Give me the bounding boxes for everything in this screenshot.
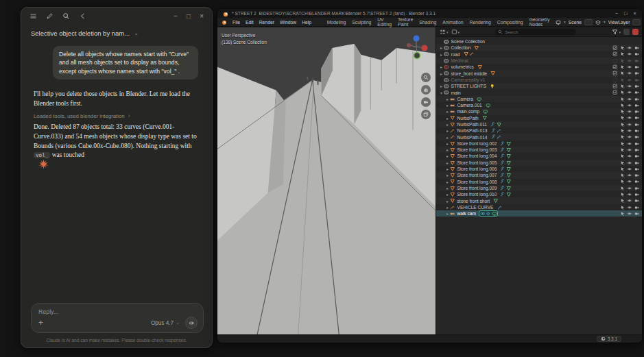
outliner-row[interactable]: Scene Collection bbox=[436, 38, 642, 45]
expand-closed-icon[interactable]: ▸ bbox=[439, 71, 444, 76]
row-visibility-controls[interactable] bbox=[612, 90, 639, 95]
scene-name[interactable]: Scene bbox=[569, 20, 582, 25]
row-visibility-controls[interactable] bbox=[620, 97, 640, 102]
row-visibility-controls[interactable] bbox=[612, 64, 639, 70]
row-visibility-controls[interactable] bbox=[612, 77, 639, 83]
row-visibility-controls[interactable] bbox=[620, 103, 640, 108]
viewlayer-icon[interactable] bbox=[595, 16, 601, 28]
expand-closed-icon[interactable]: ▸ bbox=[445, 173, 450, 177]
expand-closed-icon[interactable]: ▸ bbox=[445, 116, 450, 121]
workspace-tab-texture-paint[interactable]: Texture Paint bbox=[394, 17, 416, 27]
row-visibility-controls[interactable] bbox=[620, 134, 640, 140]
claude-maximize-button[interactable]: □ bbox=[187, 12, 191, 20]
move-view-tool-icon[interactable] bbox=[421, 85, 431, 95]
display-mode-dropdown[interactable]: ▾ bbox=[451, 29, 460, 35]
workspace-tab-animation[interactable]: Animation bbox=[440, 20, 466, 25]
row-visibility-controls[interactable] bbox=[620, 167, 640, 172]
menu-render[interactable]: Render bbox=[257, 20, 277, 25]
row-visibility-controls[interactable] bbox=[620, 141, 640, 147]
outliner-row[interactable]: ▸NurbsPath bbox=[436, 115, 642, 121]
outliner-row[interactable]: ▸stone front short bbox=[436, 197, 642, 204]
perspective-toggle-icon[interactable] bbox=[421, 110, 431, 119]
menu-icon[interactable] bbox=[29, 12, 37, 20]
outliner-row[interactable]: ▸NurbsPath.014 bbox=[436, 134, 642, 140]
workspace-tab-compositing[interactable]: Compositing bbox=[494, 20, 526, 25]
expand-closed-icon[interactable]: ▸ bbox=[445, 97, 450, 101]
outliner-row[interactable]: ▸road bbox=[436, 51, 642, 58]
zoom-tool-icon[interactable] bbox=[421, 73, 431, 82]
menu-file[interactable]: File bbox=[230, 20, 243, 25]
workspace-tab-shading[interactable]: Shading bbox=[416, 20, 440, 25]
row-visibility-controls[interactable] bbox=[620, 147, 640, 153]
outliner-search-input[interactable]: Search bbox=[495, 29, 576, 35]
search-icon[interactable] bbox=[62, 12, 70, 20]
outliner-row[interactable]: ▸Store front long.003 bbox=[436, 147, 642, 153]
row-visibility-controls[interactable] bbox=[620, 192, 640, 197]
outliner-row[interactable]: ▸Store front long.010 bbox=[436, 191, 642, 197]
viewlayer-name[interactable]: ViewLayer bbox=[608, 20, 630, 25]
outliner-row[interactable]: ▸walk cam bbox=[436, 210, 642, 217]
expand-closed-icon[interactable]: ▸ bbox=[445, 103, 450, 108]
model-selector[interactable]: Opus 4.7 ⌄ bbox=[151, 320, 180, 326]
voice-mode-button[interactable] bbox=[185, 317, 198, 329]
outliner-row[interactable]: ▸Store front long.004 bbox=[436, 153, 642, 159]
reply-input[interactable]: Reply... + Opus 4.7 ⌄ bbox=[31, 303, 204, 333]
outliner-exclude-button[interactable] bbox=[632, 29, 639, 35]
scene-icon[interactable] bbox=[556, 16, 561, 28]
expand-closed-icon[interactable]: ▸ bbox=[439, 84, 444, 88]
expand-closed-icon[interactable]: ▸ bbox=[445, 147, 450, 152]
scene-new-button[interactable] bbox=[584, 19, 593, 25]
expand-closed-icon[interactable]: ▸ bbox=[445, 192, 450, 197]
row-visibility-controls[interactable] bbox=[620, 186, 640, 191]
filter-icon[interactable]: ▾ bbox=[612, 29, 621, 35]
expand-closed-icon[interactable]: ▸ bbox=[445, 141, 450, 146]
attach-plus-button[interactable]: + bbox=[38, 318, 48, 328]
row-visibility-controls[interactable] bbox=[620, 109, 640, 114]
expand-closed-icon[interactable]: ▸ bbox=[445, 199, 450, 204]
conversation-title-dropdown[interactable]: Selective object deletion by nam... ⌄ bbox=[31, 29, 139, 37]
expand-closed-icon[interactable]: ▸ bbox=[445, 153, 450, 158]
menu-help[interactable]: Help bbox=[299, 20, 314, 25]
workspace-tab-rendering[interactable]: Rendering bbox=[466, 20, 494, 25]
outliner-library-button[interactable] bbox=[623, 29, 630, 35]
row-visibility-controls[interactable] bbox=[620, 122, 640, 127]
claude-minimize-button[interactable]: − bbox=[174, 12, 178, 20]
row-visibility-controls[interactable] bbox=[620, 153, 640, 159]
expand-closed-icon[interactable]: ▸ bbox=[439, 52, 444, 57]
navigation-gizmo[interactable] bbox=[403, 33, 430, 64]
workspace-tab-uv-editing[interactable]: UV Editing bbox=[374, 17, 395, 27]
row-visibility-controls[interactable] bbox=[620, 115, 640, 121]
claude-close-button[interactable]: × bbox=[200, 12, 204, 20]
back-icon[interactable] bbox=[79, 12, 86, 20]
tool-status-collapsed[interactable]: Loaded tools, used blender integration › bbox=[34, 112, 130, 119]
outliner-row[interactable]: ▸Store front long.009 bbox=[436, 185, 642, 191]
expand-closed-icon[interactable]: ▸ bbox=[439, 64, 444, 69]
outliner-row[interactable]: ▸volumetrics bbox=[436, 64, 642, 70]
row-visibility-controls[interactable] bbox=[612, 84, 639, 89]
expand-closed-icon[interactable]: ▸ bbox=[445, 135, 450, 140]
expand-open-icon[interactable]: ▾ bbox=[439, 90, 444, 95]
outliner-row[interactable]: ▸Store front long.005 bbox=[436, 160, 642, 166]
outliner-row[interactable]: Medimat bbox=[436, 58, 642, 64]
camera-view-tool-icon[interactable] bbox=[421, 97, 431, 107]
outliner-row[interactable]: ▸NurbsPath.011 bbox=[436, 121, 642, 127]
expand-closed-icon[interactable]: ▸ bbox=[439, 45, 444, 50]
expand-closed-icon[interactable]: ▸ bbox=[445, 205, 450, 210]
row-visibility-controls[interactable] bbox=[612, 51, 639, 57]
outliner-row[interactable]: ▸STREET LIGHTS bbox=[436, 83, 642, 89]
row-visibility-controls[interactable] bbox=[620, 160, 640, 166]
row-visibility-controls[interactable] bbox=[620, 179, 640, 184]
row-visibility-controls[interactable] bbox=[612, 71, 639, 76]
outliner-row[interactable]: ▸store_front middle bbox=[436, 70, 642, 76]
workspace-tab-modeling[interactable]: Modeling bbox=[324, 20, 349, 25]
menu-edit[interactable]: Edit bbox=[243, 20, 257, 25]
expand-closed-icon[interactable]: ▸ bbox=[445, 109, 450, 114]
expand-closed-icon[interactable]: ▸ bbox=[445, 122, 450, 127]
editor-type-dropdown[interactable]: ▾ bbox=[440, 29, 449, 35]
outliner-row[interactable]: ▸Store front long.008 bbox=[436, 179, 642, 185]
expand-closed-icon[interactable]: ▸ bbox=[445, 186, 450, 190]
outliner-row[interactable]: Camerareality v1 bbox=[436, 77, 642, 83]
new-chat-icon[interactable] bbox=[46, 12, 53, 20]
workspace-tab-sculpting[interactable]: Sculpting bbox=[349, 20, 374, 25]
row-visibility-controls[interactable] bbox=[620, 128, 640, 134]
